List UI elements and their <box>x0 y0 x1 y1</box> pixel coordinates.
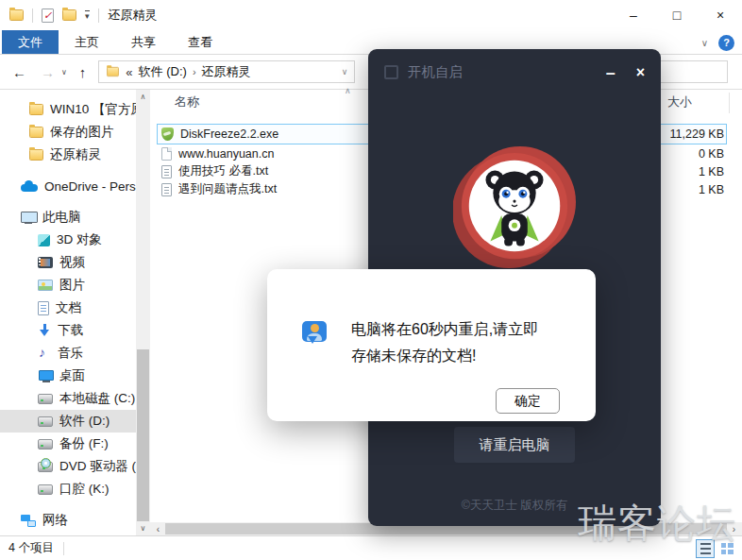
user-bubble-icon <box>302 321 327 342</box>
ribbon-collapse-icon[interactable]: ∨ <box>701 38 708 48</box>
page-icon <box>161 147 172 161</box>
sidebar-group-gap <box>0 501 136 509</box>
overlay-minimize-button[interactable]: – <box>606 69 616 76</box>
ribbon-tab-label: 主页 <box>75 34 99 51</box>
name-column-header[interactable]: 名称 <box>175 93 199 110</box>
new-folder-icon[interactable] <box>62 9 76 21</box>
scroll-left-icon[interactable]: ‹ <box>152 522 164 535</box>
sidebar-item[interactable]: 本地磁盘 (C:) <box>0 387 136 410</box>
size-column-header[interactable]: 大小 <box>667 93 727 110</box>
sidebar-item-label: 图片 <box>59 277 85 294</box>
properties-check-icon[interactable]: ✓ <box>42 8 54 23</box>
address-bar[interactable]: « 软件 (D:) › 还原精灵 ∨ <box>98 60 355 83</box>
restart-button[interactable]: 请重启电脑 <box>454 427 575 463</box>
ribbon-right-controls: ∨ ? <box>701 30 734 55</box>
ribbon-tab[interactable]: 查看 <box>172 30 228 54</box>
back-icon[interactable]: ← <box>12 64 26 80</box>
window-controls: – □ × <box>612 0 742 30</box>
sidebar-item[interactable]: 视频 <box>0 251 136 274</box>
ok-button[interactable]: 确定 <box>496 388 560 414</box>
window-title: 还原精灵 <box>109 7 158 24</box>
sidebar-item[interactable]: 网络 <box>0 509 136 532</box>
sidebar-item-label: WIN10 【官方原 <box>50 101 136 118</box>
sidebar-scrollbar[interactable]: ∧ ∨ <box>136 90 150 535</box>
download-icon <box>38 324 51 337</box>
item-count: 4 个项目 <box>8 540 54 556</box>
sidebar-item[interactable]: 保存的图片 <box>0 121 136 144</box>
cube-icon <box>38 234 50 246</box>
sidebar-item[interactable]: DVD 驱动器 (G: <box>0 455 136 478</box>
sidebar-item-label: 保存的图片 <box>50 124 114 141</box>
forward-icon[interactable]: → <box>41 64 55 80</box>
folder-icon <box>107 67 119 76</box>
sidebar-item[interactable]: 图片 <box>0 274 136 297</box>
sidebar-item-label: 下载 <box>58 322 83 339</box>
minimize-button[interactable]: – <box>612 0 655 30</box>
folder-icon <box>29 127 43 138</box>
sidebar-item[interactable]: 文档 <box>0 297 136 319</box>
up-icon[interactable]: ↑ <box>79 64 87 80</box>
shield-icon <box>161 127 174 141</box>
close-button[interactable]: × <box>699 0 742 30</box>
scrollbar-thumb[interactable] <box>137 349 149 521</box>
folder-icon <box>9 9 24 21</box>
sidebar-item[interactable]: 此电脑 <box>0 206 136 229</box>
picture-icon <box>38 280 53 291</box>
maximize-button[interactable]: □ <box>655 0 699 30</box>
sidebar-item[interactable]: 口腔 (K:) <box>0 478 136 501</box>
ribbon-tab[interactable]: 共享 <box>115 30 172 54</box>
ribbon-tab[interactable]: 文件 <box>2 30 59 54</box>
mascot-image <box>453 144 576 271</box>
disk-icon <box>38 416 53 427</box>
sidebar-item-label: 桌面 <box>59 367 85 384</box>
help-icon[interactable]: ? <box>718 35 734 51</box>
dialog-message: 电脑将在60秒内重启,请立即 存储未保存的文档! <box>351 316 538 369</box>
sidebar-item[interactable]: 桌面 <box>0 365 136 387</box>
dialog-message-line1: 电脑将在60秒内重启,请立即 <box>351 316 538 343</box>
sidebar-item[interactable]: 软件 (D:) <box>0 410 136 433</box>
breadcrumb-folder[interactable]: 还原精灵 <box>202 63 251 80</box>
navigation-pane: WIN10 【官方原 保存的图片 还原精灵 OneDrive - Pers 此电… <box>0 90 136 535</box>
address-dropdown-icon[interactable]: ∨ <box>342 67 348 76</box>
ribbon-tab-label: 文件 <box>18 34 42 51</box>
overlay-close-button[interactable]: × <box>636 64 645 81</box>
sidebar-group-gap <box>0 166 136 175</box>
sidebar-item[interactable]: 备份 (F:) <box>0 433 136 455</box>
sidebar-item[interactable]: WIN10 【官方原 <box>0 98 136 121</box>
music-icon <box>38 347 51 361</box>
explorer-titlebar: ✓ ▾ 还原精灵 – □ × <box>0 0 742 30</box>
statusbar-separator <box>63 542 64 555</box>
ribbon-tab[interactable]: 主页 <box>59 30 115 54</box>
overlay-titlebar: 开机自启 – × <box>368 49 661 81</box>
sidebar-item[interactable]: 还原精灵 <box>0 144 136 166</box>
network-icon <box>21 515 36 527</box>
restart-dialog: 电脑将在60秒内重启,请立即 存储未保存的文档! 确定 <box>267 269 596 421</box>
ribbon-tab-label: 查看 <box>188 34 212 51</box>
desktop-icon <box>38 370 53 382</box>
sidebar-item[interactable]: OneDrive - Pers <box>0 175 136 197</box>
docfile-icon <box>38 301 49 315</box>
scroll-down-icon[interactable]: ∨ <box>136 521 150 535</box>
dialog-message-line2: 存储未保存的文档! <box>351 343 538 369</box>
history-dropdown-icon[interactable]: ∨ <box>61 68 67 76</box>
bubble-tail <box>308 336 317 348</box>
video-icon <box>38 257 53 268</box>
breadcrumb-separator-icon: › <box>193 66 196 77</box>
sidebar-item-label: 3D 对象 <box>57 231 102 248</box>
sidebar-item[interactable]: 3D 对象 <box>0 229 136 251</box>
sidebar-item[interactable]: 音乐 <box>0 342 136 365</box>
autostart-label[interactable]: 开机自启 <box>408 63 606 81</box>
sidebar-item[interactable]: 下载 <box>0 319 136 342</box>
sidebar-item-label: 音乐 <box>58 345 83 362</box>
sidebar-item-label: 软件 (D:) <box>59 413 110 430</box>
sort-ascending-icon: ∧ <box>345 86 351 95</box>
autostart-checkbox[interactable] <box>384 65 398 79</box>
scroll-up-icon[interactable]: ∧ <box>136 90 150 104</box>
sidebar-item-label: 此电脑 <box>42 209 81 226</box>
breadcrumb-prefix[interactable]: « <box>126 65 132 79</box>
dvd-icon <box>38 462 53 472</box>
sidebar-item-label: 文档 <box>56 299 81 316</box>
breadcrumb-disk[interactable]: 软件 (D:) <box>139 63 187 80</box>
qat-dropdown-icon[interactable]: ▾ <box>85 10 90 20</box>
explorer-window: ✓ ▾ 还原精灵 – □ × 文件 主页 共享 查看 ∨ ? ← <box>0 0 742 560</box>
